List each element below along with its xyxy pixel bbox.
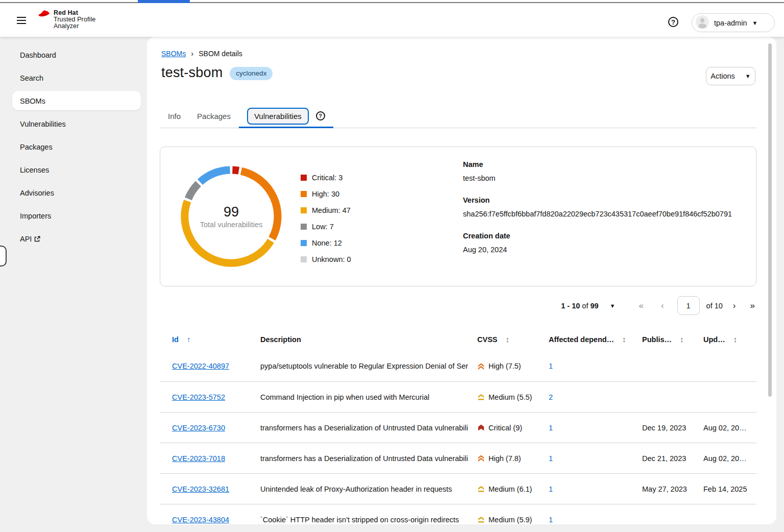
detail-label: Name <box>463 160 732 168</box>
chevron-down-icon: ▼ <box>752 20 757 26</box>
sidebar: DashboardSearchSBOMsVulnerabilitiesPacka… <box>0 37 147 532</box>
vulnerability-summary-card: 99 Total vulnerabilities Critical: 3High… <box>160 147 756 286</box>
column-header[interactable]: Upd…↕ <box>703 328 756 351</box>
updated-cell: Aug 02, 20… <box>703 413 756 443</box>
chevron-down-icon: ▼ <box>745 73 751 79</box>
current-page-input[interactable] <box>677 296 700 315</box>
sidebar-item-sboms[interactable]: SBOMs <box>0 89 147 112</box>
table-header: Id↑DescriptionCVSS↕Affected depend…↕Publ… <box>160 328 756 351</box>
tab-packages[interactable]: Packages <box>189 104 239 128</box>
legend-label: Critical: 3 <box>312 174 342 182</box>
user-menu[interactable]: tpa-admin ▼ <box>692 13 775 32</box>
legend-swatch-icon <box>301 240 307 246</box>
per-page-menu[interactable]: 1 - 10 of 99 ▼ <box>561 302 615 310</box>
nav-toggle-icon[interactable] <box>17 17 27 25</box>
severity-medium-icon <box>477 516 485 523</box>
updated-cell <box>703 504 756 524</box>
description-cell: pypa/setuptools vulnerable to Regular Ex… <box>260 351 477 381</box>
cve-link[interactable]: CVE-2023-5752 <box>172 393 225 401</box>
first-page-button[interactable]: « <box>639 301 643 310</box>
tab-help-icon[interactable]: ? <box>316 111 325 120</box>
tab-vulnerabilities[interactable]: Vulnerabilities? <box>239 104 333 128</box>
severity-label: Critical (9) <box>488 424 522 432</box>
help-icon[interactable]: ? <box>668 17 678 27</box>
affected-deps-link[interactable]: 1 <box>549 424 553 432</box>
sbom-details: Nametest-sbomVersionsha256:f7e5ffcbf6bba… <box>463 160 732 268</box>
table-row: CVE-2023-7018transformers has a Deserial… <box>160 443 756 473</box>
detail-value: sha256:f7e5ffcbf6bbaf7fd820a22029ecb723c… <box>463 210 732 218</box>
severity-label: Medium (5.5) <box>488 393 532 401</box>
sidebar-item-search[interactable]: Search <box>0 66 147 89</box>
cve-link[interactable]: CVE-2022-40897 <box>172 362 229 370</box>
legend-swatch-icon <box>301 207 307 213</box>
affected-deps-link[interactable]: 1 <box>549 362 553 370</box>
column-header[interactable]: Affected depend…↕ <box>549 328 642 351</box>
legend-item-none: None: 12 <box>301 235 351 251</box>
detail-value: Aug 20, 2024 <box>463 246 732 254</box>
sidebar-item-api[interactable]: API <box>0 227 147 250</box>
drawer-handle[interactable] <box>0 246 7 267</box>
redhat-logo: Red Hat Trusted Profile Analyzer <box>38 10 95 30</box>
severity-medium-icon <box>477 485 485 493</box>
cve-link[interactable]: CVE-2023-6730 <box>172 424 225 432</box>
sidebar-item-advisories[interactable]: Advisories <box>0 181 147 204</box>
cve-link[interactable]: CVE-2023-7018 <box>172 454 225 463</box>
donut-segment-critical <box>232 170 238 171</box>
table-row: CVE-2022-40897pypa/setuptools vulnerable… <box>160 351 756 381</box>
last-page-button[interactable]: » <box>750 301 755 310</box>
published-cell: May 27, 2023 <box>642 474 703 504</box>
chevron-down-icon: ▼ <box>610 303 616 309</box>
next-page-button[interactable]: › <box>733 301 736 310</box>
detail-label: Version <box>463 196 732 204</box>
affected-deps-link[interactable]: 1 <box>549 454 553 463</box>
column-label: CVSS <box>477 335 498 344</box>
previous-page-button[interactable]: ‹ <box>661 301 664 310</box>
severity-label: High (7.5) <box>488 362 521 370</box>
username: tpa-admin <box>714 19 747 27</box>
vertical-scrollbar[interactable] <box>768 43 772 397</box>
severity-label: Medium (5.9) <box>488 516 532 524</box>
donut-segment-medium <box>185 201 271 263</box>
description-cell: transformers has a Deserialization of Un… <box>260 413 477 443</box>
column-label: Id <box>172 335 179 344</box>
tab-info[interactable]: Info <box>160 104 189 128</box>
description-cell: Unintended leak of Proxy-Authorization h… <box>260 474 477 504</box>
chevron-right-icon: › <box>191 49 193 58</box>
breadcrumb-sboms-link[interactable]: SBOMs <box>161 50 186 58</box>
severity-medium-icon <box>477 393 485 401</box>
donut-segment-high <box>241 171 278 238</box>
tabs: InfoPackagesVulnerabilities? <box>160 104 756 128</box>
description-cell: `Cookie` HTTP header isn't stripped on c… <box>260 504 477 524</box>
sidebar-item-vulnerabilities[interactable]: Vulnerabilities <box>0 112 147 135</box>
sbom-type-badge: cyclonedx <box>230 67 273 80</box>
affected-deps-link[interactable]: 2 <box>549 393 553 401</box>
sidebar-item-importers[interactable]: Importers <box>0 204 147 227</box>
affected-deps-link[interactable]: 1 <box>549 516 553 524</box>
cve-link[interactable]: CVE-2023-32681 <box>172 485 229 493</box>
column-header[interactable]: CVSS↕ <box>477 328 549 351</box>
brand-line-3: Analyzer <box>54 23 95 30</box>
affected-deps-link[interactable]: 1 <box>549 485 553 493</box>
legend-label: None: 12 <box>312 239 342 247</box>
detail-value: test-sbom <box>463 174 732 182</box>
severity-label: Medium (6.1) <box>488 485 532 493</box>
tab-label: Packages <box>197 112 231 120</box>
cve-link[interactable]: CVE-2023-43804 <box>172 516 229 524</box>
sidebar-item-label: Importers <box>20 212 51 220</box>
legend-label: High: 30 <box>312 190 339 198</box>
updated-cell: Aug 02, 20… <box>703 443 756 473</box>
sidebar-item-label: Search <box>20 74 43 82</box>
redhat-hat-icon <box>38 10 51 20</box>
sidebar-item-packages[interactable]: Packages <box>0 135 147 158</box>
severity-high-icon <box>477 454 485 462</box>
legend-swatch-icon <box>301 191 307 197</box>
column-label: Upd… <box>703 335 725 344</box>
donut-segment-none <box>200 170 230 182</box>
column-header[interactable]: Id↑ <box>172 328 260 351</box>
column-header[interactable]: Publis…↕ <box>642 328 703 351</box>
updated-cell: Feb 14, 2025 <box>703 474 756 504</box>
sidebar-item-dashboard[interactable]: Dashboard <box>0 43 147 66</box>
sidebar-item-licenses[interactable]: Licenses <box>0 158 147 181</box>
tab-label: Vulnerabilities <box>247 108 309 125</box>
actions-button[interactable]: Actions ▼ <box>706 67 755 85</box>
